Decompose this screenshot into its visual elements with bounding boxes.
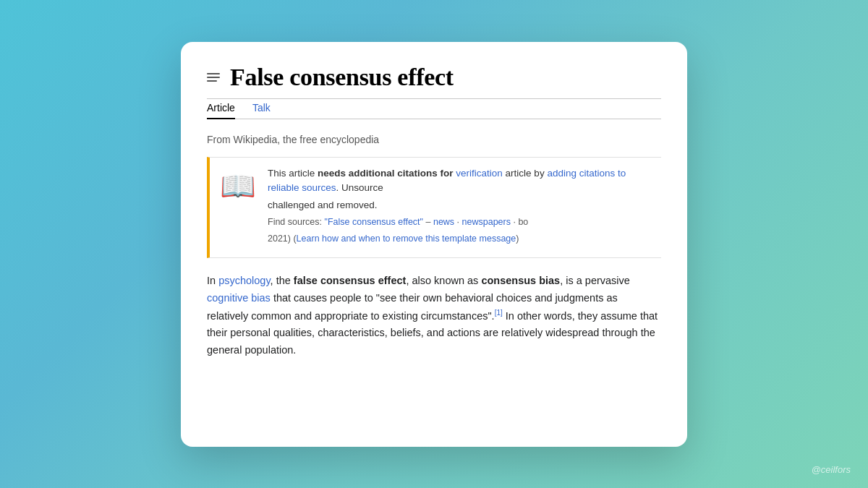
link-query[interactable]: "False consensus effect" [325, 217, 424, 227]
link-cognitive-bias[interactable]: cognitive bias [207, 292, 271, 304]
from-wikipedia-text: From Wikipedia, the free encyclopedia [207, 134, 661, 145]
article-body: In psychology, the false consensus effec… [207, 273, 661, 359]
title-row: False consensus effect [207, 64, 661, 91]
find-sources-line: Find sources: "False consensus effect" –… [268, 215, 652, 229]
link-psychology[interactable]: psychology [218, 275, 270, 286]
watermark: @ceilfors [812, 464, 851, 475]
notice-content: This article needs additional citations … [268, 166, 652, 249]
wikipedia-card: False consensus effect Article Talk From… [181, 42, 687, 447]
link-verification[interactable]: verification [456, 168, 503, 179]
tabs-bar: Article Talk [207, 99, 661, 119]
book-icon: 📖 [218, 166, 258, 205]
page-title: False consensus effect [230, 64, 454, 91]
menu-icon[interactable] [207, 73, 220, 82]
learn-more-line: 2021) (Learn how and when to remove this… [268, 232, 652, 246]
tab-talk[interactable]: Talk [252, 102, 271, 119]
notice-challenged-text: challenged and removed. [268, 198, 652, 213]
link-learn-how[interactable]: Learn how and when to remove this templa… [297, 234, 516, 244]
link-newspapers[interactable]: newspapers [462, 217, 511, 227]
citation-notice-box: 📖 This article needs additional citation… [207, 157, 661, 258]
link-news[interactable]: news [433, 217, 454, 227]
article-paragraph: In psychology, the false consensus effec… [207, 273, 661, 359]
notice-main-text: This article needs additional citations … [268, 166, 652, 196]
tab-article[interactable]: Article [207, 102, 235, 119]
citation-1[interactable]: [1] [495, 309, 503, 317]
